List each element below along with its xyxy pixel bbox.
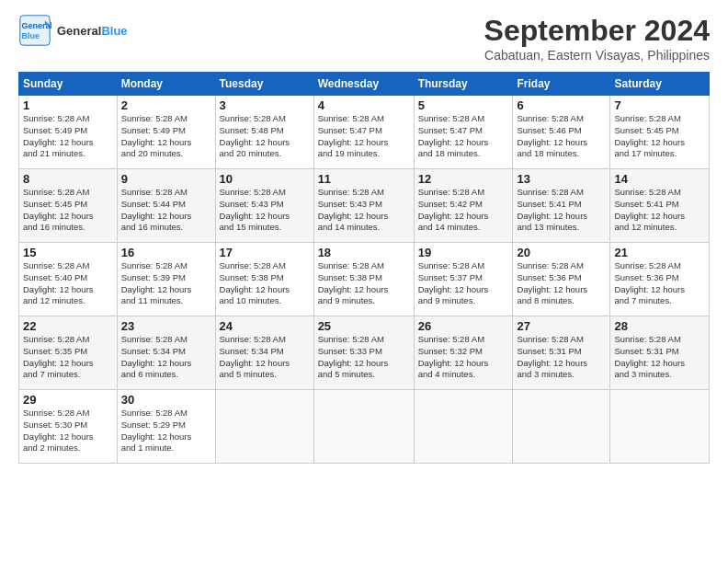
calendar-cell: 17Sunrise: 5:28 AM Sunset: 5:38 PM Dayli… bbox=[215, 243, 313, 316]
calendar-cell: 18Sunrise: 5:28 AM Sunset: 5:38 PM Dayli… bbox=[313, 243, 414, 316]
day-detail: Sunrise: 5:28 AM Sunset: 5:39 PM Dayligh… bbox=[121, 260, 211, 307]
day-number: 5 bbox=[418, 98, 509, 112]
calendar-cell: 10Sunrise: 5:28 AM Sunset: 5:43 PM Dayli… bbox=[215, 169, 313, 243]
calendar-cell: 24Sunrise: 5:28 AM Sunset: 5:34 PM Dayli… bbox=[215, 316, 313, 390]
day-number: 24 bbox=[220, 319, 310, 333]
day-detail: Sunrise: 5:28 AM Sunset: 5:31 PM Dayligh… bbox=[614, 334, 705, 381]
day-number: 28 bbox=[614, 319, 705, 333]
day-detail: Sunrise: 5:28 AM Sunset: 5:48 PM Dayligh… bbox=[220, 113, 310, 160]
day-number: 16 bbox=[121, 246, 211, 259]
day-number: 22 bbox=[23, 319, 113, 333]
day-detail: Sunrise: 5:28 AM Sunset: 5:35 PM Dayligh… bbox=[23, 334, 113, 381]
day-detail: Sunrise: 5:28 AM Sunset: 5:41 PM Dayligh… bbox=[614, 187, 705, 234]
day-number: 25 bbox=[318, 319, 410, 333]
col-sunday: Sunday bbox=[19, 73, 118, 96]
day-detail: Sunrise: 5:28 AM Sunset: 5:41 PM Dayligh… bbox=[517, 187, 606, 234]
calendar-cell: 15Sunrise: 5:28 AM Sunset: 5:40 PM Dayli… bbox=[19, 243, 118, 316]
day-detail: Sunrise: 5:28 AM Sunset: 5:29 PM Dayligh… bbox=[121, 408, 211, 454]
day-number: 23 bbox=[121, 319, 211, 333]
day-number: 7 bbox=[614, 98, 705, 112]
col-monday: Monday bbox=[117, 73, 215, 96]
calendar-cell: 6Sunrise: 5:28 AM Sunset: 5:46 PM Daylig… bbox=[513, 96, 610, 169]
calendar-week-row: 1Sunrise: 5:28 AM Sunset: 5:49 PM Daylig… bbox=[19, 96, 710, 169]
day-number: 1 bbox=[23, 98, 113, 112]
day-number: 20 bbox=[517, 246, 606, 259]
calendar-table: Sunday Monday Tuesday Wednesday Thursday… bbox=[18, 72, 710, 464]
calendar-cell: 8Sunrise: 5:28 AM Sunset: 5:45 PM Daylig… bbox=[19, 169, 118, 243]
day-number: 8 bbox=[23, 172, 113, 186]
calendar-cell: 12Sunrise: 5:28 AM Sunset: 5:42 PM Dayli… bbox=[414, 169, 513, 243]
calendar-cell: 28Sunrise: 5:28 AM Sunset: 5:31 PM Dayli… bbox=[610, 316, 710, 390]
calendar-cell: 29Sunrise: 5:28 AM Sunset: 5:30 PM Dayli… bbox=[19, 390, 118, 464]
calendar-cell: 11Sunrise: 5:28 AM Sunset: 5:43 PM Dayli… bbox=[313, 169, 414, 243]
day-detail: Sunrise: 5:28 AM Sunset: 5:38 PM Dayligh… bbox=[220, 260, 310, 307]
calendar-week-row: 22Sunrise: 5:28 AM Sunset: 5:35 PM Dayli… bbox=[19, 316, 710, 390]
day-number: 10 bbox=[220, 172, 310, 186]
day-detail: Sunrise: 5:28 AM Sunset: 5:38 PM Dayligh… bbox=[318, 260, 410, 307]
col-saturday: Saturday bbox=[610, 73, 710, 96]
calendar-cell: 7Sunrise: 5:28 AM Sunset: 5:45 PM Daylig… bbox=[610, 96, 710, 169]
day-detail: Sunrise: 5:28 AM Sunset: 5:42 PM Dayligh… bbox=[418, 187, 509, 234]
day-detail: Sunrise: 5:28 AM Sunset: 5:43 PM Dayligh… bbox=[318, 187, 410, 234]
page-header: General Blue GeneralBlue September 2024 … bbox=[18, 14, 710, 63]
calendar-cell bbox=[513, 390, 610, 464]
day-detail: Sunrise: 5:28 AM Sunset: 5:43 PM Dayligh… bbox=[220, 187, 310, 234]
day-detail: Sunrise: 5:28 AM Sunset: 5:37 PM Dayligh… bbox=[418, 260, 509, 307]
calendar-cell bbox=[313, 390, 414, 464]
col-tuesday: Tuesday bbox=[215, 73, 313, 96]
logo-text: GeneralBlue bbox=[57, 24, 128, 38]
day-detail: Sunrise: 5:28 AM Sunset: 5:45 PM Dayligh… bbox=[614, 113, 705, 160]
calendar-cell bbox=[215, 390, 313, 464]
calendar-cell: 19Sunrise: 5:28 AM Sunset: 5:37 PM Dayli… bbox=[414, 243, 513, 316]
day-number: 19 bbox=[418, 246, 509, 259]
day-number: 30 bbox=[121, 393, 211, 407]
day-number: 15 bbox=[23, 246, 113, 259]
day-number: 9 bbox=[121, 172, 211, 186]
calendar-cell: 9Sunrise: 5:28 AM Sunset: 5:44 PM Daylig… bbox=[117, 169, 215, 243]
logo: General Blue GeneralBlue bbox=[18, 14, 128, 47]
calendar-cell: 21Sunrise: 5:28 AM Sunset: 5:36 PM Dayli… bbox=[610, 243, 710, 316]
calendar-week-row: 29Sunrise: 5:28 AM Sunset: 5:30 PM Dayli… bbox=[19, 390, 710, 464]
logo-icon: General Blue bbox=[18, 14, 51, 47]
calendar-cell: 14Sunrise: 5:28 AM Sunset: 5:41 PM Dayli… bbox=[610, 169, 710, 243]
calendar-cell: 1Sunrise: 5:28 AM Sunset: 5:49 PM Daylig… bbox=[19, 96, 118, 169]
day-detail: Sunrise: 5:28 AM Sunset: 5:36 PM Dayligh… bbox=[614, 260, 705, 307]
day-number: 4 bbox=[318, 98, 410, 112]
calendar-cell: 2Sunrise: 5:28 AM Sunset: 5:49 PM Daylig… bbox=[117, 96, 215, 169]
day-number: 13 bbox=[517, 172, 606, 186]
day-detail: Sunrise: 5:28 AM Sunset: 5:36 PM Dayligh… bbox=[517, 260, 606, 307]
title-section: September 2024 Cabatuan, Eastern Visayas… bbox=[484, 14, 710, 63]
day-number: 17 bbox=[220, 246, 310, 259]
day-number: 14 bbox=[614, 172, 705, 186]
month-title: September 2024 bbox=[484, 14, 710, 48]
calendar-week-row: 15Sunrise: 5:28 AM Sunset: 5:40 PM Dayli… bbox=[19, 243, 710, 316]
col-friday: Friday bbox=[513, 73, 610, 96]
calendar-cell: 5Sunrise: 5:28 AM Sunset: 5:47 PM Daylig… bbox=[414, 96, 513, 169]
calendar-cell: 26Sunrise: 5:28 AM Sunset: 5:32 PM Dayli… bbox=[414, 316, 513, 390]
calendar-week-row: 8Sunrise: 5:28 AM Sunset: 5:45 PM Daylig… bbox=[19, 169, 710, 243]
calendar-cell: 25Sunrise: 5:28 AM Sunset: 5:33 PM Dayli… bbox=[313, 316, 414, 390]
calendar-cell: 20Sunrise: 5:28 AM Sunset: 5:36 PM Dayli… bbox=[513, 243, 610, 316]
day-number: 11 bbox=[318, 172, 410, 186]
day-number: 21 bbox=[614, 246, 705, 259]
day-detail: Sunrise: 5:28 AM Sunset: 5:31 PM Dayligh… bbox=[517, 334, 606, 381]
calendar-cell: 27Sunrise: 5:28 AM Sunset: 5:31 PM Dayli… bbox=[513, 316, 610, 390]
day-number: 12 bbox=[418, 172, 509, 186]
col-wednesday: Wednesday bbox=[313, 73, 414, 96]
day-detail: Sunrise: 5:28 AM Sunset: 5:40 PM Dayligh… bbox=[23, 260, 113, 307]
day-detail: Sunrise: 5:28 AM Sunset: 5:33 PM Dayligh… bbox=[318, 334, 410, 381]
day-detail: Sunrise: 5:28 AM Sunset: 5:32 PM Dayligh… bbox=[418, 334, 509, 381]
calendar-cell: 3Sunrise: 5:28 AM Sunset: 5:48 PM Daylig… bbox=[215, 96, 313, 169]
day-detail: Sunrise: 5:28 AM Sunset: 5:49 PM Dayligh… bbox=[23, 113, 113, 160]
calendar-cell: 30Sunrise: 5:28 AM Sunset: 5:29 PM Dayli… bbox=[117, 390, 215, 464]
calendar-cell bbox=[414, 390, 513, 464]
col-thursday: Thursday bbox=[414, 73, 513, 96]
day-number: 27 bbox=[517, 319, 606, 333]
day-detail: Sunrise: 5:28 AM Sunset: 5:34 PM Dayligh… bbox=[121, 334, 211, 381]
svg-text:Blue: Blue bbox=[22, 31, 40, 40]
location: Cabatuan, Eastern Visayas, Philippines bbox=[484, 48, 710, 63]
day-number: 29 bbox=[23, 393, 113, 407]
calendar-header-row: Sunday Monday Tuesday Wednesday Thursday… bbox=[19, 73, 710, 96]
day-number: 3 bbox=[220, 98, 310, 112]
day-number: 18 bbox=[318, 246, 410, 259]
